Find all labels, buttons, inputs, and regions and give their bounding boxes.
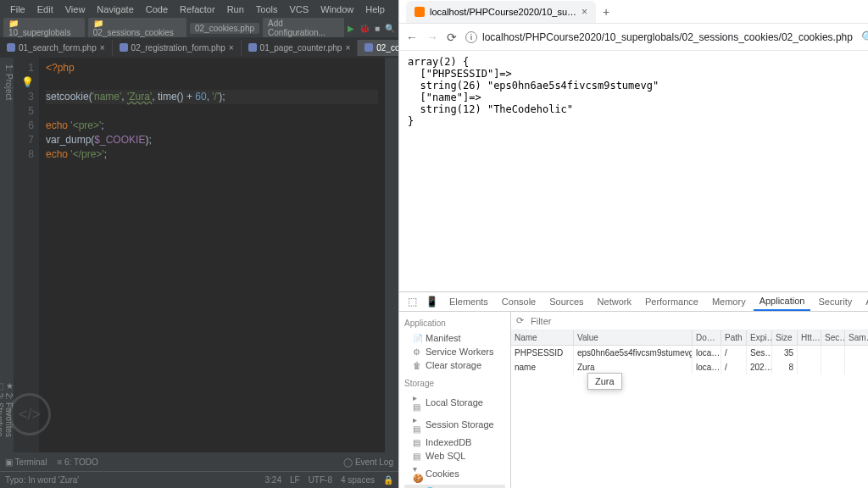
sidebar-idb[interactable]: ▤IndexedDB [404,435,505,449]
devtools-main: ⟳ Filter ⊘ ✕ Name Value Do… Path Expi… S… [511,312,868,488]
th-value[interactable]: Value [574,330,693,346]
add-configuration-button[interactable]: Add Configuration... [263,18,344,38]
devtools: ⬚ 📱 Elements Console Sources Network Per… [399,291,868,488]
refresh-icon[interactable]: ⟳ [516,315,524,326]
th-path[interactable]: Path [721,330,747,346]
filter-input[interactable]: Filter [531,316,868,326]
page-content: array(2) { ["PHPSESSID"]=> string(26) "e… [399,51,868,291]
forward-icon[interactable]: → [426,30,438,44]
devtools-sidebar: Application 📄Manifest ⚙Service Workers 🗑… [399,312,511,488]
breadcrumb-file[interactable]: 02_cookies.php [190,23,259,34]
tab-title: localhost/PHPCourse2020/10_su… [430,7,576,17]
th-samesite[interactable]: Sam… [845,330,868,346]
breadcrumb-folder1[interactable]: 📁 10_superglobals [3,18,85,38]
browser-addressbar: ← → ⟳ i localhost/PHPCourse2020/10_super… [399,24,868,51]
devtools-tabs: ⬚ 📱 Elements Console Sources Network Per… [399,292,868,312]
devtools-body: Application 📄Manifest ⚙Service Workers 🗑… [399,312,868,488]
inspect-icon[interactable]: ⬚ [404,296,420,308]
editor-tab-2[interactable]: 02_registration_form.php× [113,40,242,56]
menu-navigate[interactable]: Navigate [92,3,138,16]
terminal-button[interactable]: ▣ Terminal [5,458,47,467]
favicon-icon [415,7,425,17]
zoom-icon[interactable]: 🔍 [861,30,868,44]
menu-tools[interactable]: Tools [251,3,283,16]
cookie-value-editor[interactable]: Zura [587,373,622,390]
bulb-icon[interactable]: 💡 [14,75,34,90]
back-icon[interactable]: ← [406,30,418,44]
site-info-icon[interactable]: i [465,31,477,43]
browser-window: localhost/PHPCourse2020/10_su… × + — ☐ ✕… [398,0,868,488]
th-expires[interactable]: Expi… [747,330,772,346]
sidebar-hdr-app: Application [404,319,505,328]
sidebar-session[interactable]: ▸ ▤Session Storage [404,413,505,435]
tab-close-icon[interactable]: × [581,6,587,18]
debug-icon[interactable]: 🐞 [359,24,370,33]
table-row[interactable]: PHPSESSID [511,346,574,360]
ide-menubar: File Edit View Navigate Code Refactor Ru… [0,0,398,19]
breadcrumb-folder2[interactable]: 📁 02_sessions_cookies [88,18,186,38]
browser-tabbar: localhost/PHPCourse2020/10_su… × + — ☐ ✕ [399,0,868,24]
status-le: LF [290,475,300,485]
menu-refactor[interactable]: Refactor [175,3,220,16]
th-name[interactable]: Name [511,330,574,346]
tab-application[interactable]: Application [754,292,811,311]
sidebar-sw[interactable]: ⚙Service Workers [404,345,505,358]
search-icon[interactable]: 🔍 [385,24,395,33]
menu-help[interactable]: Help [360,3,390,16]
th-http[interactable]: Htt… [798,330,821,346]
cookie-table: Name Value Do… Path Expi… Size Htt… Sec…… [511,330,868,374]
tab-security[interactable]: Security [812,293,858,310]
editor-tab-1[interactable]: 01_search_form.php× [0,40,113,56]
run-icon[interactable]: ▶ [348,24,354,33]
event-log-button[interactable]: ◯ Event Log [343,458,393,467]
menu-edit[interactable]: Edit [32,3,58,16]
sidebar-websql[interactable]: ▤Web SQL [404,449,505,463]
th-size[interactable]: Size [772,330,798,346]
status-enc: UTF-8 [309,475,332,485]
tab-elements[interactable]: Elements [443,293,494,310]
device-icon[interactable]: 📱 [422,296,442,308]
todo-button[interactable]: ≡ 6: TODO [57,458,97,467]
sidebar-cookies[interactable]: ▾ 🍪Cookies [404,463,505,485]
stop-icon[interactable]: ■ [375,24,380,33]
watermark-icon: </> [8,393,51,435]
tab-console[interactable]: Console [496,293,542,310]
tab-network[interactable]: Network [592,293,637,310]
status-lock-icon: 🔒 [383,475,393,485]
status-pos: 3:24 [264,475,281,485]
menu-file[interactable]: File [5,3,31,16]
ide-editor[interactable]: <?php setcookie('name', 'Zura', time() +… [39,58,385,452]
menu-view[interactable]: View [60,3,91,16]
menu-code[interactable]: Code [141,3,173,16]
th-secure[interactable]: Sec… [821,330,845,346]
sidebar-cookie-host[interactable]: 🌐http://localhost [404,485,505,488]
ide-window: File Edit View Navigate Code Refactor Ru… [0,0,398,488]
editor-tab-3[interactable]: 01_page_counter.php× [242,40,359,56]
tab-performance[interactable]: Performance [639,293,704,310]
status-indent: 4 spaces [341,475,375,485]
menu-vcs[interactable]: VCS [285,3,314,16]
sidebar-local[interactable]: ▸ ▤Local Storage [404,391,505,413]
status-typo: Typo: In word 'Zura' [5,475,79,485]
tab-memory[interactable]: Memory [706,293,752,310]
url-field[interactable]: i localhost/PHPCourse2020/10_superglobal… [465,31,853,43]
tab-sources[interactable]: Sources [543,293,589,310]
cookie-toolbar: ⟳ Filter ⊘ ✕ [511,312,868,330]
url-text: localhost/PHPCourse2020/10_superglobals/… [482,31,853,43]
browser-tab[interactable]: localhost/PHPCourse2020/10_su… × [406,1,596,23]
menu-window[interactable]: Window [315,3,359,16]
tab-audits[interactable]: Audits [860,293,868,310]
cookie-table-wrap: Name Value Do… Path Expi… Size Htt… Sec…… [511,330,868,488]
table-row[interactable]: name [511,360,574,374]
new-tab-button[interactable]: + [596,5,616,19]
th-domain[interactable]: Do… [693,330,721,346]
menu-run[interactable]: Run [222,3,249,16]
ide-right-gutter [385,58,398,452]
ide-body: 1: Project 1 💡 3 5 6 7 8 <?php setcookie… [0,58,398,452]
ide-editor-tabs: 01_search_form.php× 02_registration_form… [0,37,398,58]
sidebar-clear[interactable]: 🗑Clear storage [404,358,505,372]
sidebar-manifest[interactable]: 📄Manifest [404,331,505,345]
sidebar-hdr-storage: Storage [404,379,505,388]
reload-icon[interactable]: ⟳ [447,30,457,44]
ide-bottom-toolbar: ▣ Terminal ≡ 6: TODO ◯ Event Log [0,452,398,471]
